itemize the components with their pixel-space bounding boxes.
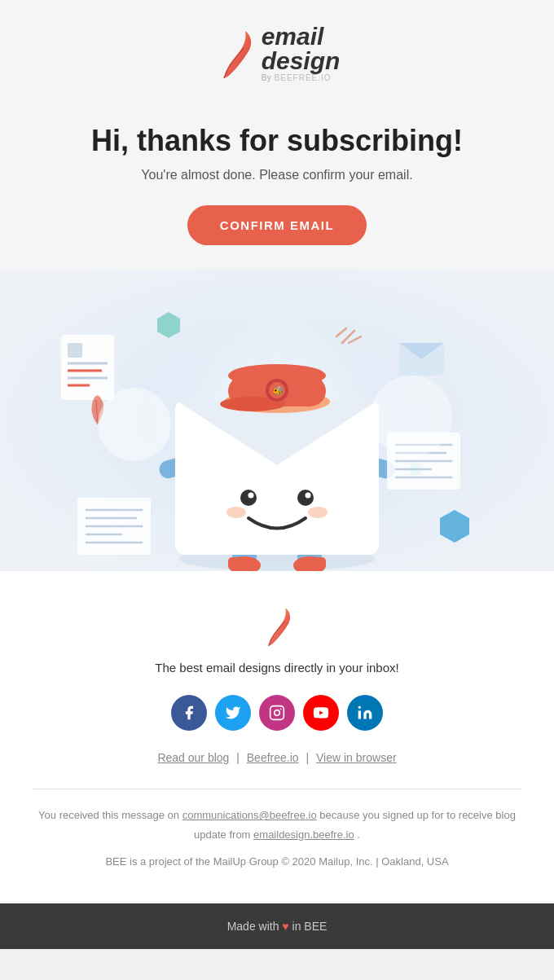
facebook-icon[interactable] xyxy=(171,695,207,731)
svg-rect-27 xyxy=(68,343,82,358)
notice-site-link[interactable]: emaildesign.beefre.io xyxy=(253,828,354,841)
svg-point-16 xyxy=(306,493,311,499)
subtext: You're almost done. Please confirm your … xyxy=(33,168,521,182)
bottom-bar: Made with ♥ in BEE xyxy=(0,903,554,949)
illustration-svg: 🐝 xyxy=(0,270,554,571)
separator-1: | xyxy=(236,751,243,764)
svg-point-14 xyxy=(297,490,314,506)
svg-point-17 xyxy=(226,507,246,518)
header-section: email design By BEEFREE.IO xyxy=(0,0,554,99)
svg-point-54 xyxy=(371,376,452,457)
notice-email-link[interactable]: communications@beefree.io xyxy=(182,809,317,821)
footer-divider xyxy=(33,789,521,789)
notice-text-1: You received this message on xyxy=(38,809,179,821)
heart-icon: ♥ xyxy=(282,920,292,933)
svg-text:🐝: 🐝 xyxy=(272,385,284,397)
twitter-icon[interactable] xyxy=(215,695,251,731)
svg-point-15 xyxy=(248,493,254,499)
svg-rect-10 xyxy=(310,557,326,569)
footer-feather-icon xyxy=(261,604,293,648)
svg-point-18 xyxy=(308,507,328,518)
svg-point-13 xyxy=(240,490,257,506)
logo-container: email design By BEEFREE.IO xyxy=(16,24,538,82)
linkedin-icon[interactable] xyxy=(347,695,383,731)
social-icons-container xyxy=(33,695,521,731)
read-blog-link[interactable]: Read our blog xyxy=(157,751,229,764)
svg-rect-58 xyxy=(358,711,361,719)
footer-notice: You received this message on communicati… xyxy=(33,806,521,844)
headline: Hi, thanks for subscribing! xyxy=(33,123,521,158)
logo-email-word: email xyxy=(262,24,341,49)
svg-rect-55 xyxy=(270,706,284,720)
confirm-email-button[interactable]: CONFIRM EMAIL xyxy=(187,205,367,245)
bottom-text-before: Made with xyxy=(227,920,279,933)
bottom-text-after: in BEE xyxy=(292,920,328,933)
footer-section: The best email designs directly in your … xyxy=(0,571,554,903)
illustration-area: 🐝 xyxy=(0,270,554,571)
logo-text: email design By BEEFREE.IO xyxy=(262,24,341,82)
separator-2: | xyxy=(306,751,313,764)
footer-logo xyxy=(33,604,521,648)
view-browser-link[interactable]: View in browser xyxy=(316,751,397,764)
svg-rect-8 xyxy=(228,557,244,569)
feather-icon xyxy=(214,27,255,80)
footer-links: Read our blog | Beefree.io | View in bro… xyxy=(33,751,521,764)
svg-point-59 xyxy=(358,706,361,709)
logo-byline: By BEEFREE.IO xyxy=(262,73,341,82)
footer-tagline: The best email designs directly in your … xyxy=(33,661,521,675)
beefree-link[interactable]: Beefree.io xyxy=(247,751,299,764)
copyright-notice: BEE is a project of the MailUp Group © 2… xyxy=(33,852,521,871)
youtube-icon[interactable] xyxy=(303,695,339,731)
notice-text-3: . xyxy=(357,828,360,841)
instagram-icon[interactable] xyxy=(259,695,295,731)
logo-design-word: design xyxy=(262,49,341,73)
main-content: Hi, thanks for subscribing! You're almos… xyxy=(0,99,554,270)
svg-point-53 xyxy=(98,388,171,461)
